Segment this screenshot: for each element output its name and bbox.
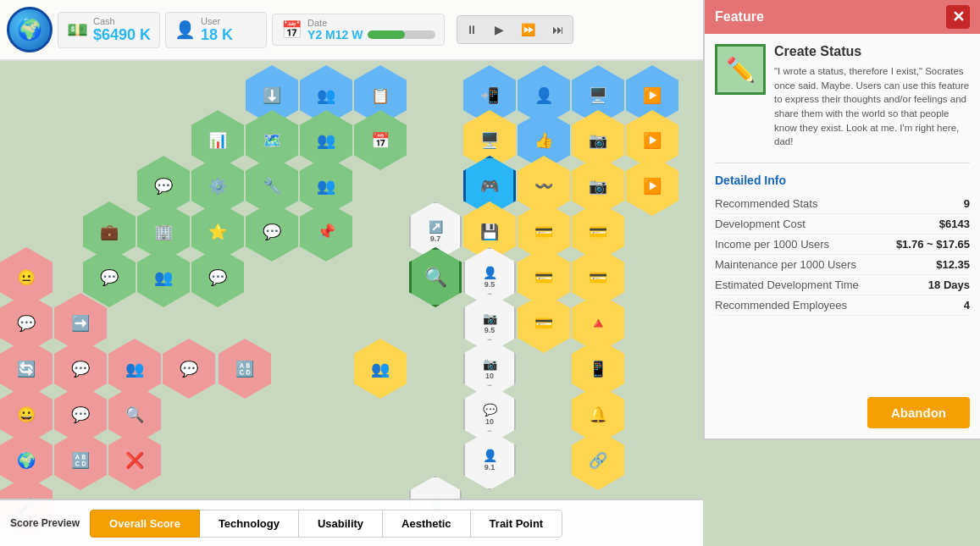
- hex-cell[interactable]: 👥: [354, 339, 407, 399]
- hex-cell[interactable]: 💬: [191, 247, 244, 307]
- fp-feature-row: ✏️ Create Status "I wrote a status, ther…: [705, 34, 980, 159]
- fp-stat-value: $12.35: [936, 258, 970, 271]
- playback-controls: ⏸ ▶ ⏩ ⏭: [457, 15, 573, 44]
- fp-stat-value: $6143: [939, 218, 970, 230]
- hex-cell[interactable]: 💬: [83, 247, 136, 307]
- fast-forward-button[interactable]: ⏩: [512, 16, 544, 43]
- pause-button[interactable]: ⏸: [457, 16, 486, 43]
- fp-stat-label: Recommended Stats: [715, 197, 817, 210]
- fp-close-button[interactable]: ✕: [946, 5, 970, 29]
- score-tab-trait-point[interactable]: Trait Point: [470, 510, 563, 538]
- date-progress-fill: [368, 30, 405, 39]
- hex-cell[interactable]: 🔠: [54, 430, 107, 490]
- fp-stat-row: Maintenance per 1000 Users $12.35: [715, 255, 970, 275]
- fp-stat-label: Estimated Development Time: [715, 279, 859, 291]
- hex-grid: ⬇️ 👥 📋 📲 👤 🖥️ ▶️ 📊 🗺️ 👥 📅 🖥️ 👍 📷 ▶️ 💬 ⚙️…: [0, 61, 703, 546]
- play-button[interactable]: ▶: [486, 16, 512, 43]
- fp-stat-row: Recommended Employees 4: [715, 295, 970, 316]
- cash-label: Cash: [93, 16, 151, 26]
- score-tab-usability[interactable]: Usability: [298, 510, 383, 538]
- score-bar: Score Preview Overall ScoreTechnologyUsa…: [0, 499, 703, 546]
- fp-feature-name: Create Status: [774, 44, 970, 59]
- fp-feature-desc: "I wrote a status, therefore I exist," S…: [774, 64, 970, 149]
- calendar-icon: 📅: [281, 19, 302, 40]
- fp-stat-value: 4: [964, 299, 970, 312]
- fastest-forward-button[interactable]: ⏭: [544, 16, 573, 43]
- date-progress: [368, 30, 435, 39]
- score-preview-label: Score Preview: [10, 517, 80, 529]
- cash-value: $6490 K: [93, 26, 151, 44]
- fp-detailed-title: Detailed Info: [715, 174, 970, 187]
- hex-cell[interactable]: 💬: [246, 201, 298, 262]
- date-card: 📅 Date Y2 M12 W: [272, 14, 445, 46]
- hex-cell[interactable]: 🔗: [572, 430, 624, 490]
- fp-stat-row: Estimated Development Time 18 Days: [715, 275, 970, 295]
- user-icon: 👤: [174, 19, 196, 40]
- cash-card: 💵 Cash $6490 K: [58, 12, 160, 48]
- feature-panel: Feature ✕ ✏️ Create Status "I wrote a st…: [703, 0, 980, 440]
- user-label: User: [201, 16, 233, 26]
- fp-stat-label: Maintenance per 1000 Users: [715, 258, 856, 271]
- hex-cell[interactable]: 👤9.1: [463, 430, 516, 490]
- fp-abandon-button[interactable]: Abandon: [867, 397, 970, 428]
- fp-feature-info: Create Status "I wrote a status, therefo…: [774, 44, 970, 149]
- fp-stat-value: 18 Days: [928, 279, 970, 291]
- score-tab-overall-score[interactable]: Overall Score: [90, 510, 200, 538]
- fp-divider: [715, 163, 970, 163]
- score-tabs-container: Overall ScoreTechnologyUsabilityAestheti…: [90, 510, 562, 538]
- hex-cell[interactable]: ▶️: [626, 156, 678, 216]
- hex-cell[interactable]: 📅: [354, 110, 407, 170]
- fp-header-title: Feature: [715, 9, 764, 25]
- user-value: 18 K: [201, 26, 233, 44]
- hex-cell[interactable]: 💬: [163, 339, 215, 399]
- user-card: 👤 User 18 K: [165, 12, 267, 48]
- hex-cell[interactable]: 🔠: [219, 339, 271, 399]
- globe-icon: 🌍: [7, 7, 53, 52]
- fp-stats-table: Recommended Stats 9Development Cost $614…: [715, 194, 970, 316]
- hex-cell[interactable]: ❌: [108, 430, 161, 490]
- cash-icon: 💵: [67, 19, 88, 40]
- date-label: Date: [307, 18, 435, 28]
- hex-cell[interactable]: 👥: [137, 247, 190, 307]
- fp-stat-label: Recommended Employees: [715, 299, 847, 312]
- score-tab-technology[interactable]: Technology: [199, 510, 299, 538]
- hex-cell-active[interactable]: 🔍: [409, 247, 462, 307]
- fp-stat-value: $1.76 ~ $17.65: [896, 238, 970, 251]
- fp-stat-row: Development Cost $6143: [715, 214, 970, 234]
- fp-stat-label: Development Cost: [715, 218, 806, 230]
- fp-stat-row: Income per 1000 Users $1.76 ~ $17.65: [715, 234, 970, 255]
- hex-cell[interactable]: 📌: [300, 201, 352, 262]
- score-tab-aesthetic[interactable]: Aesthetic: [382, 510, 471, 538]
- fp-feature-icon: ✏️: [715, 44, 766, 95]
- hex-cell[interactable]: 💳: [518, 293, 570, 353]
- fp-stat-row: Recommended Stats 9: [715, 194, 970, 214]
- fp-header: Feature ✕: [705, 0, 980, 34]
- fp-stat-value: 9: [964, 197, 970, 210]
- date-value: Y2 M12 W: [307, 28, 363, 41]
- fp-detailed-section: Detailed Info Recommended Stats 9Develop…: [705, 167, 980, 323]
- fp-stat-label: Income per 1000 Users: [715, 238, 829, 251]
